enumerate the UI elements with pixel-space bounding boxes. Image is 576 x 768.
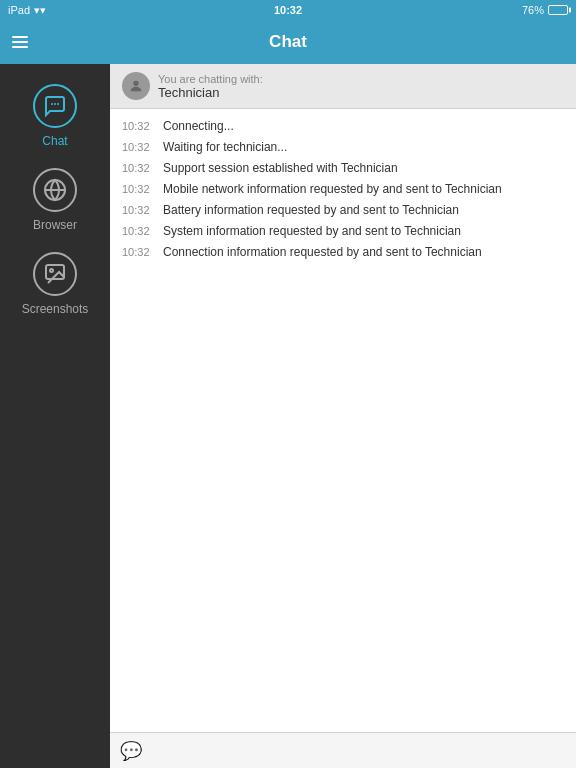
sidebar-item-screenshots[interactable]: Screenshots — [0, 242, 110, 326]
svg-point-7 — [133, 81, 138, 86]
chat-header-sub: You are chatting with: — [158, 73, 263, 85]
msg-time: 10:32 — [122, 118, 157, 135]
screenshots-icon — [33, 252, 77, 296]
chat-messages: 10:32Connecting...10:32Waiting for techn… — [110, 109, 576, 732]
sidebar: Chat Browser Screenshots — [0, 64, 110, 768]
chat-message-row: 10:32Support session established with Te… — [122, 159, 564, 177]
svg-point-2 — [57, 103, 59, 105]
svg-point-1 — [54, 103, 56, 105]
chat-icon — [33, 84, 77, 128]
chat-header: You are chatting with: Technician — [110, 64, 576, 109]
msg-time: 10:32 — [122, 202, 157, 219]
chat-message-row: 10:32Connecting... — [122, 117, 564, 135]
status-left: iPad ▾▾ — [8, 4, 46, 17]
chat-message-row: 10:32Connection information requested by… — [122, 243, 564, 261]
menu-button[interactable] — [12, 36, 28, 48]
wifi-icon: ▾▾ — [34, 4, 46, 17]
msg-time: 10:32 — [122, 244, 157, 261]
compose-icon[interactable]: 💬 — [120, 740, 142, 762]
browser-icon — [33, 168, 77, 212]
chat-message-row: 10:32Battery information requested by an… — [122, 201, 564, 219]
device-label: iPad — [8, 4, 30, 16]
sidebar-item-chat[interactable]: Chat — [0, 74, 110, 158]
svg-point-6 — [50, 269, 53, 272]
chat-message-row: 10:32Mobile network information requeste… — [122, 180, 564, 198]
msg-text: Connection information requested by and … — [163, 243, 482, 261]
battery-icon — [548, 5, 568, 15]
nav-title: Chat — [269, 32, 307, 52]
msg-time: 10:32 — [122, 181, 157, 198]
battery-percent: 76% — [522, 4, 544, 16]
status-bar: iPad ▾▾ 10:32 76% — [0, 0, 576, 20]
chat-header-name: Technician — [158, 85, 263, 100]
msg-time: 10:32 — [122, 223, 157, 240]
chat-area: You are chatting with: Technician 10:32C… — [110, 64, 576, 768]
svg-point-0 — [51, 103, 53, 105]
msg-text: Support session established with Technic… — [163, 159, 398, 177]
chat-header-text: You are chatting with: Technician — [158, 73, 263, 100]
msg-text: System information requested by and sent… — [163, 222, 461, 240]
chat-message-row: 10:32Waiting for technician... — [122, 138, 564, 156]
chat-message-row: 10:32System information requested by and… — [122, 222, 564, 240]
avatar — [122, 72, 150, 100]
status-time: 10:32 — [274, 4, 302, 16]
sidebar-item-browser[interactable]: Browser — [0, 158, 110, 242]
msg-text: Battery information requested by and sen… — [163, 201, 459, 219]
msg-time: 10:32 — [122, 139, 157, 156]
nav-bar: Chat — [0, 20, 576, 64]
sidebar-browser-label: Browser — [33, 218, 77, 232]
sidebar-screenshots-label: Screenshots — [22, 302, 89, 316]
msg-text: Mobile network information requested by … — [163, 180, 502, 198]
msg-text: Connecting... — [163, 117, 234, 135]
sidebar-chat-label: Chat — [42, 134, 67, 148]
msg-text: Waiting for technician... — [163, 138, 287, 156]
msg-time: 10:32 — [122, 160, 157, 177]
status-right: 76% — [522, 4, 568, 16]
chat-input-bar: 💬 — [110, 732, 576, 768]
main-content: Chat Browser Screenshots — [0, 64, 576, 768]
